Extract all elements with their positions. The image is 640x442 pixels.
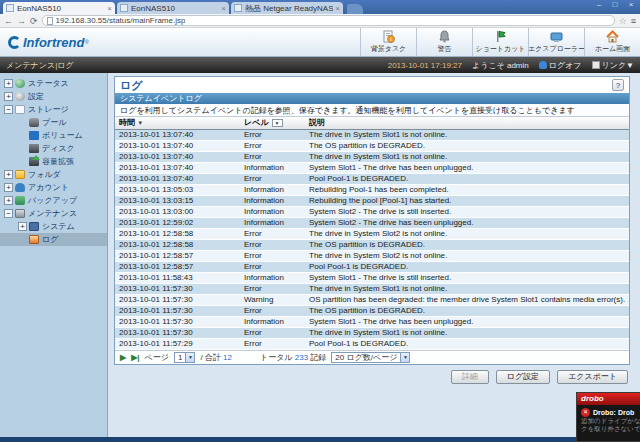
collapse-icon[interactable]: − [4,209,13,218]
log-row[interactable]: 2013-10-01 11:57:30ErrorThe OS partition… [115,305,629,316]
logoff-icon [539,61,547,69]
refresh-icon[interactable]: ⟳ [30,16,38,26]
sidebar-item-maintenance[interactable]: −メンテナンス [0,207,107,220]
sort-icon: ▼ [137,120,143,126]
page-select[interactable]: 1▼ [174,352,195,363]
sidebar-item-volume[interactable]: ボリューム [0,129,107,142]
links-menu[interactable]: リンク▼ [592,60,634,71]
browser-menu-icon[interactable]: ≡ [631,16,636,26]
log-row[interactable]: 2013-10-01 11:58:43InformationSystem Slo… [115,272,629,283]
browser-tab-3[interactable]: 熱品 Netgear ReadyNAS × [231,2,343,14]
column-header-description[interactable]: 説明 [305,117,629,129]
last-page-icon[interactable]: ▶| [131,353,139,362]
sidebar-item-system[interactable]: +システム [0,220,107,233]
error-x-icon: ✕ [581,408,590,417]
footer-buttons: 詳細 ログ設定 エクスポート [108,370,628,384]
browser-tab-2[interactable]: EonNAS510 × [117,2,229,14]
sidebar-item-account[interactable]: +アカウント [0,181,107,194]
browser-tab-1[interactable]: EonNAS510 × [3,2,115,14]
log-row[interactable]: 2013-10-01 12:59:02InformationSystem Slo… [115,217,629,228]
next-page-icon[interactable]: ▶ [120,353,126,362]
sidebar-item-label: アカウント [28,182,69,193]
browser-toolbar: ← → ⟳ 192.168.30.55/status/mainFrame.jsp… [0,14,640,28]
column-header-level[interactable]: レベル▼ [240,117,305,129]
log-level: Information [240,217,305,228]
minimize-button[interactable]: – [593,1,605,9]
collapse-icon[interactable]: − [4,105,13,114]
drobo-message-line1: 追加のドライブがな [577,417,640,425]
sidebar-item-label: バックアップ [28,195,77,206]
close-button[interactable]: × [625,1,637,9]
expand-icon[interactable]: + [18,222,27,231]
sidebar-item-status[interactable]: +ステータス [0,77,107,90]
help-button[interactable]: ? [612,79,624,91]
log-row[interactable]: 2013-10-01 13:07:40ErrorPool Pool-1 is D… [115,173,629,184]
sidebar-item-capacity[interactable]: 容量拡張 [0,155,107,168]
bookmark-star-icon[interactable]: ☆ [619,16,627,26]
log-row[interactable]: 2013-10-01 11:57:30ErrorThe drive in Sys… [115,283,629,294]
tab-close-icon[interactable]: × [335,4,340,13]
alerts-button[interactable]: 警告 [416,28,472,56]
log-row[interactable]: 2013-10-01 11:57:30WarningOS partition h… [115,294,629,305]
address-bar[interactable]: 192.168.30.55/status/mainFrame.jsp [42,15,615,26]
per-page-select[interactable]: 20 ログ数/ページ▼ [331,352,410,363]
sidebar-item-pool[interactable]: プール [0,116,107,129]
tree-indent-spacer [18,144,27,153]
log-time: 2013-10-01 12:58:57 [115,250,240,261]
sidebar-item-log[interactable]: ログ [0,233,107,246]
sidebar-item-storage[interactable]: −ストレージ [0,103,107,116]
log-settings-button[interactable]: ログ設定 [496,370,550,384]
log-row[interactable]: 2013-10-01 11:57:30InformationSystem Slo… [115,316,629,327]
column-header-time[interactable]: 時間 ▼ [115,117,240,129]
details-button[interactable]: 詳細 [451,370,489,384]
home-button[interactable]: ホーム画面 [584,28,640,56]
export-button[interactable]: エクスポート [557,370,628,384]
maximize-button[interactable]: □ [609,1,621,9]
sidebar-item-settings[interactable]: +設定 [0,90,107,103]
logo-text: Infortrend [23,35,84,50]
log-level: Error [240,250,305,261]
log-level: Error [240,305,305,316]
log-time: 2013-10-01 12:59:02 [115,217,240,228]
tab-title: 熱品 Netgear ReadyNAS [245,3,333,14]
log-row[interactable]: 2013-10-01 12:58:57ErrorThe drive in Sys… [115,250,629,261]
log-row[interactable]: 2013-10-01 12:58:58ErrorThe OS partition… [115,239,629,250]
new-tab-button[interactable] [347,4,363,14]
records-count: トータル 233 記録 [260,352,326,363]
log-description: The drive in System Slot1 is not online. [305,151,629,162]
log-description: System Slot1 - The drive is still insert… [305,272,629,283]
log-row[interactable]: 2013-10-01 12:58:57ErrorPool Pool-1 is D… [115,261,629,272]
sidebar-item-disk[interactable]: ディスク [0,142,107,155]
log-row[interactable]: 2013-10-01 12:58:58ErrorThe drive in Sys… [115,228,629,239]
log-row[interactable]: 2013-10-01 13:03:00InformationSystem Slo… [115,206,629,217]
chevron-down-icon: ▼ [185,353,194,362]
log-row[interactable]: 2013-10-01 13:05:03InformationRebuilding… [115,184,629,195]
expand-icon[interactable]: + [4,196,13,205]
log-level: Error [240,327,305,338]
shortcut-button[interactable]: ショートカット [472,28,528,56]
expand-icon[interactable]: + [4,170,13,179]
log-row[interactable]: 2013-10-01 13:07:40ErrorThe drive in Sys… [115,151,629,162]
logoff-link[interactable]: ログオフ [539,60,582,71]
explorer-button[interactable]: エクスプローラー [528,28,584,56]
log-description: The OS partition is DEGRADED. [305,305,629,316]
tab-close-icon[interactable]: × [107,4,112,13]
log-row[interactable]: 2013-10-01 13:07:40ErrorThe OS partition… [115,140,629,151]
log-row[interactable]: 2013-10-01 11:57:29ErrorPool Pool-1 is D… [115,338,629,349]
drobo-notification-popup[interactable]: drobo ✕ Drobo: Drob 追加のドライブがな クを取り外さないでく [576,392,640,442]
background-tasks-button[interactable]: i 背景タスク [360,28,416,56]
tab-close-icon[interactable]: × [221,4,226,13]
level-filter-dropdown[interactable]: ▼ [272,119,283,127]
log-row[interactable]: 2013-10-01 11:57:30ErrorThe drive in Sys… [115,327,629,338]
sidebar-item-folder[interactable]: +フォルダ [0,168,107,181]
log-row[interactable]: 2013-10-01 13:07:40ErrorThe drive in Sys… [115,129,629,140]
log-row[interactable]: 2013-10-01 13:03:15InformationRebuilding… [115,195,629,206]
datetime-text: 2013-10-01 17:19:27 [388,61,462,70]
forward-icon[interactable]: → [17,16,26,26]
back-icon[interactable]: ← [4,16,13,26]
sidebar-item-backup[interactable]: +バックアップ [0,194,107,207]
expand-icon[interactable]: + [4,92,13,101]
expand-icon[interactable]: + [4,183,13,192]
log-row[interactable]: 2013-10-01 13:07:40InformationSystem Slo… [115,162,629,173]
expand-icon[interactable]: + [4,79,13,88]
